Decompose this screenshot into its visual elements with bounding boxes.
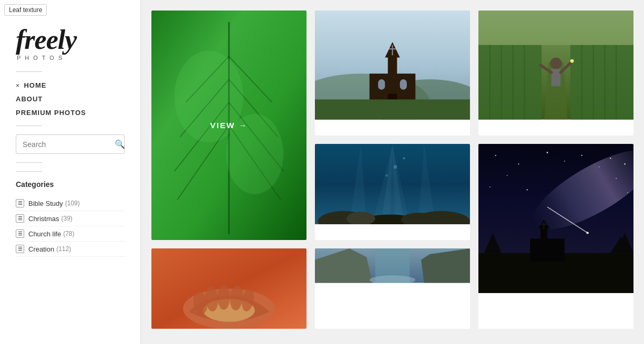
category-label-christmas: Christmas xyxy=(28,215,59,223)
nav-item-about[interactable]: ABOUT xyxy=(16,94,125,103)
svg-rect-28 xyxy=(570,45,633,120)
svg-point-92 xyxy=(218,285,230,310)
category-item[interactable]: ☰ Church life (78) xyxy=(16,226,125,242)
photo-image-sand-hand xyxy=(151,248,306,329)
svg-point-55 xyxy=(403,157,405,159)
svg-rect-75 xyxy=(530,238,565,262)
divider-3 xyxy=(16,162,42,163)
category-label-bible: Bible Study xyxy=(28,200,63,207)
category-item[interactable]: ☰ Bible Study (109) xyxy=(16,196,125,211)
divider-4 xyxy=(16,171,42,172)
category-count-church: (78) xyxy=(63,230,74,237)
category-icon-christmas: ☰ xyxy=(16,214,24,223)
photo-image-leaf: VIEW → xyxy=(151,11,306,240)
categories-title: Categories xyxy=(16,180,125,189)
photo-image-waterfall xyxy=(315,248,470,283)
svg-rect-17 xyxy=(378,79,385,90)
svg-point-70 xyxy=(527,189,528,190)
photo-image-underwater xyxy=(315,144,470,224)
nav-link-premium[interactable]: PREMIUM PHOTOS xyxy=(16,109,86,117)
logo-text: freely xyxy=(16,26,125,54)
svg-point-73 xyxy=(586,232,588,234)
category-label-church: Church life xyxy=(28,230,61,238)
nav-item-premium[interactable]: PREMIUM PHOTOS xyxy=(16,108,125,117)
photo-image-person-field xyxy=(478,11,633,120)
svg-point-54 xyxy=(394,165,397,169)
svg-point-69 xyxy=(489,186,490,187)
svg-point-62 xyxy=(547,152,548,153)
photo-card-church[interactable] xyxy=(315,11,470,135)
svg-point-87 xyxy=(225,311,227,312)
photo-card-leaf[interactable]: VIEW → xyxy=(151,11,306,240)
svg-point-56 xyxy=(385,174,387,176)
category-label-creation: Creation xyxy=(28,245,54,253)
category-count-creation: (112) xyxy=(56,245,71,253)
divider-2 xyxy=(16,126,42,126)
category-icon-bible: ☰ xyxy=(16,199,24,207)
svg-point-41 xyxy=(570,59,574,63)
active-indicator: × xyxy=(16,82,19,89)
nav-link-home[interactable]: HOME xyxy=(24,81,46,89)
svg-point-68 xyxy=(624,163,626,165)
svg-point-63 xyxy=(564,161,565,162)
photo-card-waterfall[interactable] xyxy=(315,248,470,329)
svg-rect-18 xyxy=(400,79,407,90)
photo-card-person-field[interactable] xyxy=(478,11,633,135)
nav-menu: × HOME ABOUT PREMIUM PHOTOS xyxy=(16,80,125,117)
divider-1 xyxy=(16,71,42,72)
category-item[interactable]: ☰ Creation (112) xyxy=(16,242,125,257)
svg-rect-38 xyxy=(551,69,560,86)
main-content: VIEW → xyxy=(141,0,644,344)
svg-rect-42 xyxy=(478,11,633,45)
logo-subtext: PHOTOS xyxy=(16,55,125,61)
category-icon-creation: ☰ xyxy=(16,245,24,253)
svg-point-64 xyxy=(581,155,582,156)
category-item[interactable]: ☰ Christmas (39) xyxy=(16,211,125,226)
photo-grid: VIEW → xyxy=(151,11,633,329)
photo-image-night-church xyxy=(478,144,633,293)
category-count-bible: (109) xyxy=(65,200,80,207)
svg-rect-27 xyxy=(478,45,541,120)
photo-card-sand-hand[interactable] xyxy=(151,248,306,329)
search-input[interactable] xyxy=(23,140,115,149)
tooltip-badge: Leaf texture xyxy=(4,4,47,16)
category-icon-church: ☰ xyxy=(16,230,24,238)
sidebar: Leaf texture freely PHOTOS × HOME ABOUT … xyxy=(0,0,141,344)
svg-point-59 xyxy=(495,155,496,156)
nav-item-home[interactable]: × HOME xyxy=(16,80,125,90)
svg-point-61 xyxy=(507,175,508,176)
svg-rect-76 xyxy=(540,227,547,239)
svg-point-65 xyxy=(599,166,600,168)
svg-point-71 xyxy=(627,192,628,193)
svg-point-66 xyxy=(610,158,611,159)
logo: freely PHOTOS xyxy=(16,26,125,61)
svg-rect-20 xyxy=(388,56,397,75)
photo-card-underwater[interactable] xyxy=(315,144,470,240)
svg-text:VIEW →: VIEW → xyxy=(210,121,248,130)
nav-link-about[interactable]: ABOUT xyxy=(16,95,43,103)
svg-rect-24 xyxy=(315,99,470,119)
category-list: ☰ Bible Study (109) ☰ Christmas (39) ☰ C… xyxy=(16,196,125,257)
search-icon[interactable]: 🔍 xyxy=(115,139,125,149)
photo-image-church xyxy=(315,11,470,120)
svg-point-67 xyxy=(616,178,617,179)
search-box[interactable]: 🔍 xyxy=(16,134,125,154)
photo-card-night-church[interactable] xyxy=(478,144,633,329)
svg-point-37 xyxy=(550,58,562,69)
svg-point-60 xyxy=(518,163,519,164)
category-count-christmas: (39) xyxy=(62,215,73,222)
